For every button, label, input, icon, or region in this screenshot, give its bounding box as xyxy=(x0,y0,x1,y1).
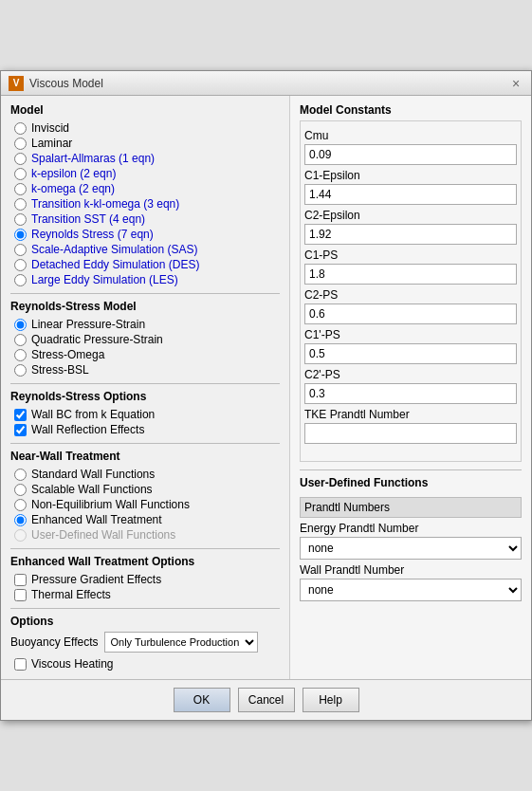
buoyancy-label: Buoyancy Effects xyxy=(10,635,99,649)
const-c1ps-input[interactable] xyxy=(304,264,517,285)
energy-prandtl-select[interactable]: none xyxy=(300,537,522,560)
near-wall-section-title: Near-Wall Treatment xyxy=(10,450,280,463)
wall-bc-option[interactable]: Wall BC from k Equation xyxy=(10,407,280,422)
energy-prandtl-label: Energy Prandtl Number xyxy=(300,522,522,535)
thermal-effects-option[interactable]: Thermal Effects xyxy=(10,587,280,602)
nw-enhanced[interactable]: Enhanced Wall Treatment xyxy=(10,512,280,527)
const-c2epsilon-label: C2-Epsilon xyxy=(304,209,517,222)
const-c1prime-ps-input[interactable] xyxy=(304,343,517,364)
const-cmu-input[interactable] xyxy=(304,144,517,165)
model-komega[interactable]: k-omega (2 eqn) xyxy=(10,181,280,196)
model-kepsilon[interactable]: k-epsilon (2 eqn) xyxy=(10,166,280,181)
ok-button[interactable]: OK xyxy=(174,688,230,712)
options-section-title: Options xyxy=(10,615,280,628)
main-content: Model Inviscid Laminar Spalart-Allmaras … xyxy=(1,96,531,679)
nw-user-defined[interactable]: User-Defined Wall Functions xyxy=(10,527,280,543)
model-reynolds-stress[interactable]: Reynolds Stress (7 eqn) xyxy=(10,227,280,242)
rs-stress-omega[interactable]: Stress-Omega xyxy=(10,347,280,362)
model-constants-scroll[interactable]: Cmu C1-Epsilon C2-Epsilon C1-PS C2-PS C1… xyxy=(300,120,522,462)
title-bar: V Viscous Model × xyxy=(1,71,531,96)
wall-reflection-option[interactable]: Wall Reflection Effects xyxy=(10,422,280,437)
model-les[interactable]: Large Eddy Simulation (LES) xyxy=(10,272,280,287)
footer: OK Cancel Help xyxy=(1,679,531,720)
model-des[interactable]: Detached Eddy Simulation (DES) xyxy=(10,257,280,272)
model-spalart[interactable]: Spalart-Allmaras (1 eqn) xyxy=(10,151,280,166)
rs-linear-ps[interactable]: Linear Pressure-Strain xyxy=(10,317,280,332)
buoyancy-row: Buoyancy Effects Only Turbulence Product… xyxy=(10,632,280,653)
const-c1epsilon-label: C1-Epsilon xyxy=(304,169,517,182)
buoyancy-select[interactable]: Only Turbulence Production All Species xyxy=(104,632,258,653)
const-c2ps-input[interactable] xyxy=(304,304,517,324)
right-panel: Model Constants Cmu C1-Epsilon C2-Epsilo… xyxy=(290,96,531,679)
model-transition-kkl[interactable]: Transition k-kl-omega (3 eqn) xyxy=(10,196,280,212)
left-panel: Model Inviscid Laminar Spalart-Allmaras … xyxy=(1,96,290,679)
model-sas[interactable]: Scale-Adaptive Simulation (SAS) xyxy=(10,242,280,257)
const-c1ps-label: C1-PS xyxy=(304,248,517,262)
model-laminar[interactable]: Laminar xyxy=(10,136,280,151)
const-c2ps-label: C2-PS xyxy=(304,288,517,302)
wall-prandtl-select[interactable]: none xyxy=(300,579,522,601)
help-button[interactable]: Help xyxy=(303,688,359,712)
const-c2prime-ps-label: C2'-PS xyxy=(304,368,517,381)
window-title: Viscous Model xyxy=(29,77,508,90)
close-button[interactable]: × xyxy=(508,76,523,91)
model-constants-title: Model Constants xyxy=(300,103,522,117)
nw-non-equilibrium[interactable]: Non-Equilibrium Wall Functions xyxy=(10,497,280,512)
pressure-gradient-option[interactable]: Pressure Gradient Effects xyxy=(10,572,280,587)
model-transition-sst[interactable]: Transition SST (4 eqn) xyxy=(10,212,280,227)
const-cmu-label: Cmu xyxy=(304,129,517,142)
const-c1epsilon-input[interactable] xyxy=(304,184,517,205)
const-c2epsilon-input[interactable] xyxy=(304,224,517,245)
nw-scalable[interactable]: Scalable Wall Functions xyxy=(10,482,280,497)
udf-section: Prandtl Numbers Energy Prandtl Number no… xyxy=(300,497,522,601)
viscous-heating-option[interactable]: Viscous Heating xyxy=(10,656,280,671)
wall-prandtl-label: Wall Prandtl Number xyxy=(300,563,522,577)
model-section-title: Model xyxy=(10,103,280,117)
nw-standard[interactable]: Standard Wall Functions xyxy=(10,467,280,482)
app-icon: V xyxy=(9,76,24,91)
const-c1prime-ps-label: C1'-PS xyxy=(304,328,517,341)
viscous-model-window: V Viscous Model × Model Inviscid Laminar… xyxy=(0,70,532,721)
rs-stress-bsl[interactable]: Stress-BSL xyxy=(10,362,280,377)
const-tke-input[interactable] xyxy=(304,423,517,444)
const-tke-label: TKE Prandtl Number xyxy=(304,408,517,421)
rs-model-section-title: Reynolds-Stress Model xyxy=(10,300,280,313)
model-inviscid[interactable]: Inviscid xyxy=(10,120,280,136)
prandtl-section-title: Prandtl Numbers xyxy=(300,497,522,518)
rs-options-section-title: Reynolds-Stress Options xyxy=(10,390,280,403)
cancel-button[interactable]: Cancel xyxy=(238,688,295,712)
rs-quadratic-ps[interactable]: Quadratic Pressure-Strain xyxy=(10,332,280,347)
const-c2prime-ps-input[interactable] xyxy=(304,383,517,404)
ewt-section-title: Enhanced Wall Treatment Options xyxy=(10,555,280,568)
udf-section-title: User-Defined Functions xyxy=(300,476,522,489)
